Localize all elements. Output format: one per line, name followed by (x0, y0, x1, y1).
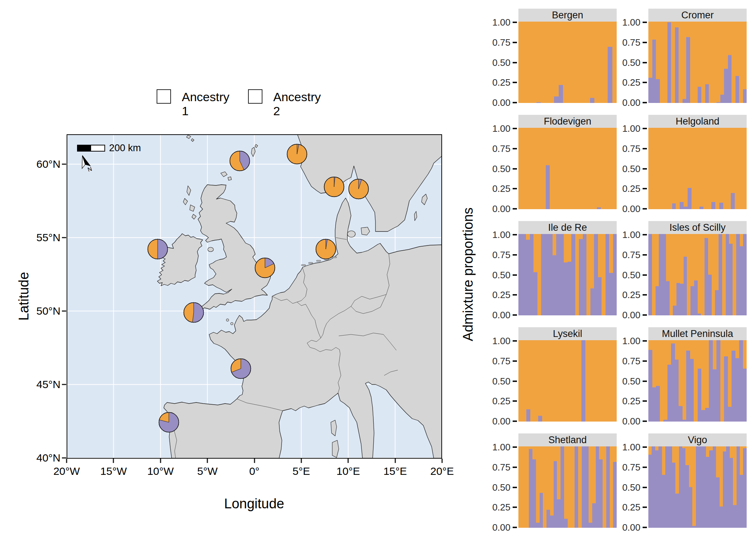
individual-bar (676, 234, 680, 315)
panel-y-tick-label: 0.75 (616, 355, 640, 366)
panel-y-tick (513, 467, 517, 468)
panel-y-tick (513, 22, 517, 23)
ancestry2-segment (560, 234, 564, 315)
legend-swatch-ancestry1 (157, 89, 171, 104)
ancestry2-segment (696, 446, 699, 528)
individual-bar (701, 22, 705, 103)
ancestry2-segment (743, 369, 747, 422)
individual-bar (670, 234, 673, 315)
panel-y-tick-label: 0.75 (486, 462, 510, 473)
panel-y-tick (513, 274, 517, 276)
ancestry2-segment (705, 84, 709, 103)
ancestry2-segment (564, 262, 568, 315)
panel-y-tick (643, 381, 647, 382)
individual-bar (667, 22, 671, 103)
ancestry2-segment (590, 98, 594, 103)
facet-strip-ile-de-re: Ile de Re (518, 221, 617, 234)
ancestry2-segment (652, 40, 656, 103)
ancestry2-segment (540, 493, 543, 528)
ancestry2-segment (532, 459, 536, 528)
panel-y-tick-label: 0.00 (486, 522, 510, 533)
individual-bar (723, 128, 727, 209)
ancestry2-segment (684, 207, 688, 209)
ancestry2-segment (685, 465, 689, 528)
panel-y-tick-label: 0.00 (616, 416, 640, 427)
individual-bar (699, 446, 702, 528)
ancestry2-segment (546, 165, 550, 209)
individual-bar (571, 446, 575, 528)
individual-bar (526, 234, 530, 315)
individual-bar (711, 128, 715, 209)
facet-title: Cromer (681, 10, 714, 21)
panel-y-tick-label: 0.50 (616, 57, 640, 68)
pie-mullet-peninsula (148, 239, 168, 259)
ancestry2-segment (655, 450, 658, 528)
individual-bar (554, 446, 557, 528)
facet-plot-bergen (518, 22, 617, 103)
ancestry2-segment (534, 272, 537, 315)
panel-y-tick (513, 42, 517, 43)
panel-y-tick-label: 0.75 (486, 37, 510, 48)
map-x-tick (160, 459, 161, 463)
ancestry2-segment (675, 360, 679, 422)
individual-bar (568, 446, 571, 528)
panel-y-tick (513, 294, 517, 296)
individual-bar (652, 128, 656, 209)
panel-y-tick (643, 208, 647, 210)
individual-bar (701, 340, 705, 422)
map-y-tick (62, 458, 66, 459)
map-yaxis-title: Latitude (16, 272, 32, 320)
individual-bar (685, 446, 689, 528)
individual-bar (599, 22, 603, 103)
ancestry2-segment (728, 407, 732, 422)
facet-plot-cromer (648, 22, 747, 103)
individual-bar (709, 446, 712, 528)
panel-y-tick (513, 254, 517, 256)
individual-bar (556, 234, 560, 315)
map-y-tick (62, 311, 66, 312)
ancestry2-segment (711, 202, 715, 209)
map-x-tick-label: 20°E (430, 465, 454, 477)
map-x-tick (66, 459, 67, 463)
panel-y-tick-label: 0.25 (616, 77, 640, 88)
individual-bar (684, 234, 687, 315)
individual-bar (536, 446, 540, 528)
individual-bar (707, 128, 711, 209)
ancestry2-segment (541, 234, 545, 315)
map-x-tick-label: 15°E (383, 465, 407, 477)
individual-bar (586, 234, 590, 315)
individual-bar (732, 340, 735, 422)
individual-bar (570, 128, 573, 209)
individual-bar (538, 128, 542, 209)
individual-bar (593, 128, 597, 209)
ancestry2-segment (581, 340, 585, 422)
svg-text:200 km: 200 km (109, 143, 141, 153)
ancestry2-segment (559, 85, 563, 103)
individual-bar (518, 128, 522, 209)
individual-bar (686, 340, 690, 422)
map-x-tick (442, 459, 443, 463)
ancestry2-segment (739, 340, 743, 422)
ancestry2-segment (589, 523, 592, 528)
individual-bar (545, 234, 549, 315)
individual-bar (538, 340, 542, 422)
ancestry2-segment (667, 365, 671, 422)
panel-y-tick (513, 82, 517, 83)
individual-bar (720, 22, 724, 103)
individual-bar (534, 128, 538, 209)
ancestry2-segment (568, 262, 572, 315)
individual-bar (652, 22, 656, 103)
map-x-tick-label: 0° (249, 465, 260, 477)
facet-strip-lysekil: Lysekil (518, 327, 617, 340)
panel-y-tick-label: 0.75 (616, 143, 640, 154)
individual-bar (561, 446, 564, 528)
individual-bar (715, 128, 719, 209)
individual-bar (576, 22, 581, 103)
individual-bar (679, 22, 683, 103)
map-x-tick (113, 459, 114, 463)
ancestry2-segment (522, 234, 526, 315)
individual-bar (541, 22, 545, 103)
individual-bar (579, 234, 583, 315)
panel-y-tick-label: 0.25 (486, 77, 510, 88)
individual-bar (687, 234, 690, 315)
